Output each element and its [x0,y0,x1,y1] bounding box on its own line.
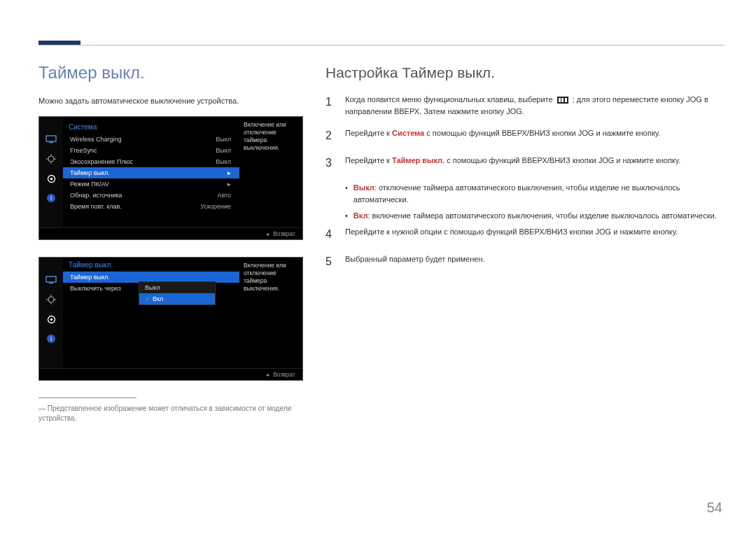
step-number: 2 [326,127,335,145]
svg-point-2 [48,156,54,162]
osd-description: Включение или отключение таймера выключе… [239,258,302,297]
osd-menu-title: Таймер выкл. [63,258,239,272]
footnote-text: ― Представленное изображение может отлич… [38,404,304,423]
step-1: 1 Когда появится меню функциональных кла… [326,94,724,118]
osd-screenshot-system: i Система Wireless ChargingВыкл FreeSync… [38,116,303,240]
footnote-divider [38,398,136,398]
osd-row-highlighted: Таймер выкл.▸ [63,167,239,178]
osd-option-popup: Выкл ✔Вкл [139,281,216,305]
page-number: 54 [707,500,722,516]
right-column: Настройка Таймер выкл. 1 Когда появится … [326,63,724,506]
osd-option: Выкл [139,282,215,293]
monitor-icon [44,132,58,146]
check-icon: ✔ [145,296,150,302]
monitor-icon [44,273,58,287]
osd-sidebar: i [39,258,63,368]
osd-row: FreeSyncВыкл [63,145,239,156]
step-body: Перейдите к Таймер выкл. с помощью функц… [345,155,724,172]
left-column: Таймер выкл. Можно задать автоматическое… [38,63,304,506]
step-number: 1 [326,94,335,118]
step-4: 4 Перейдите к нужной опции с помощью фун… [326,226,724,244]
bullet-item: Выкл: отключение таймера автоматического… [345,182,724,206]
osd-row: Экосохранение ПлюсВыкл [63,156,239,167]
osd-screenshot-timer: i Таймер выкл. Таймер выкл. Выключить че… [38,257,303,381]
section-title-left: Таймер выкл. [38,63,304,83]
osd-option-selected: ✔Вкл [139,293,215,304]
osd-footer: Возврат [39,368,302,380]
target-icon [44,293,58,307]
svg-point-13 [48,297,54,302]
svg-text:i: i [50,195,52,202]
step-body: Перейдите к нужной опции с помощью функц… [345,226,724,244]
menu-key-icon [557,97,568,104]
section-title-right: Настройка Таймер выкл. [326,64,724,81]
page-body: Таймер выкл. Можно задать автоматическое… [38,63,724,506]
intro-text: Можно задать автоматическое выключение у… [38,97,304,105]
gear-icon [44,312,58,326]
svg-point-19 [50,318,52,321]
svg-rect-12 [49,283,53,283]
header-divider [38,45,724,45]
step-number: 5 [326,253,335,271]
osd-main-panel: Система Wireless ChargingВыкл FreeSyncВы… [63,117,302,227]
svg-rect-11 [46,276,56,282]
step-2: 2 Перейдите к Система с помощью функций … [326,127,724,145]
osd-row: Обнар. источникаАвто [63,190,239,201]
osd-row: Время повт. клав.Ускорение [63,201,239,212]
target-icon [44,152,58,166]
step-body: Выбранный параметр будет применен. [345,253,724,271]
gear-icon [44,171,58,185]
osd-description: Включение или отключение таймера выключе… [239,117,302,156]
step-number: 3 [326,155,335,172]
bullet-item: Вкл: включение таймера автоматического в… [345,210,724,222]
svg-rect-1 [49,142,53,143]
osd-sidebar: i [39,117,63,227]
osd-row: Режим ПК/AV▸ [63,178,239,190]
step-number: 4 [326,226,335,244]
bullet-list: Выкл: отключение таймера автоматического… [345,182,724,222]
info-icon: i [44,332,58,346]
svg-point-8 [50,177,52,180]
osd-menu-title: Система [63,120,239,134]
step-3: 3 Перейдите к Таймер выкл. с помощью фун… [326,155,724,172]
steps-list: 1 Когда появится меню функциональных кла… [326,94,724,270]
osd-footer: Возврат [39,227,302,239]
info-icon: i [44,191,58,205]
svg-text:i: i [50,335,52,342]
svg-rect-0 [46,136,56,141]
step-body: Когда появится меню функциональных клави… [345,94,724,118]
osd-row: Wireless ChargingВыкл [63,134,239,145]
step-5: 5 Выбранный параметр будет применен. [326,253,724,271]
step-body: Перейдите к Система с помощью функций ВВ… [345,127,724,145]
osd-main-panel: Таймер выкл. Таймер выкл. Выключить чере… [63,258,302,368]
